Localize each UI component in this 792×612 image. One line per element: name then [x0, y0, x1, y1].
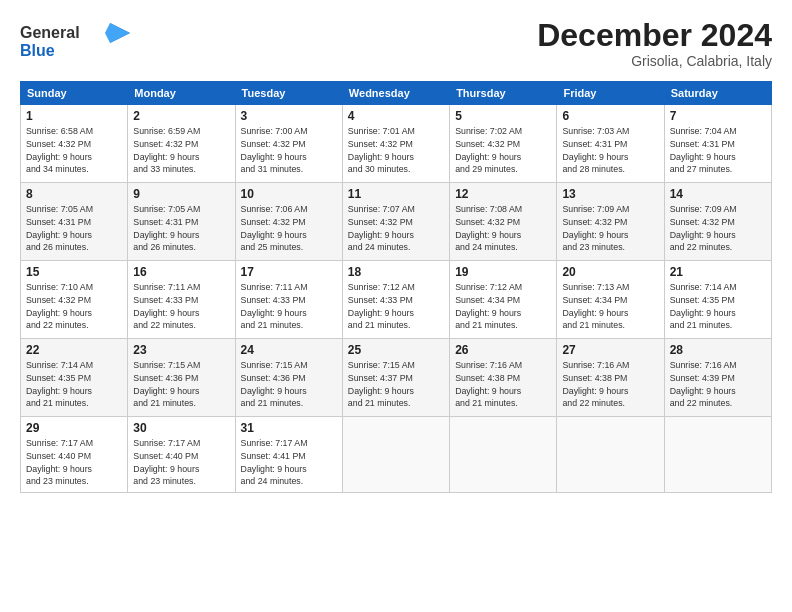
day-info: Sunrise: 7:11 AMSunset: 4:33 PMDaylight:…: [133, 281, 229, 332]
calendar-cell: 5Sunrise: 7:02 AMSunset: 4:32 PMDaylight…: [450, 105, 557, 183]
day-number: 18: [348, 265, 444, 279]
weekday-header-friday: Friday: [557, 82, 664, 105]
day-number: 20: [562, 265, 658, 279]
day-number: 5: [455, 109, 551, 123]
calendar-cell: 25Sunrise: 7:15 AMSunset: 4:37 PMDayligh…: [342, 339, 449, 417]
calendar-cell: 9Sunrise: 7:05 AMSunset: 4:31 PMDaylight…: [128, 183, 235, 261]
day-number: 30: [133, 421, 229, 435]
day-number: 28: [670, 343, 766, 357]
calendar-cell: [664, 417, 771, 493]
calendar-cell: 20Sunrise: 7:13 AMSunset: 4:34 PMDayligh…: [557, 261, 664, 339]
calendar-cell: [450, 417, 557, 493]
day-info: Sunrise: 7:17 AMSunset: 4:40 PMDaylight:…: [133, 437, 229, 488]
month-title: December 2024: [537, 18, 772, 53]
calendar-cell: 30Sunrise: 7:17 AMSunset: 4:40 PMDayligh…: [128, 417, 235, 493]
logo: General Blue: [20, 18, 130, 66]
weekday-header-sunday: Sunday: [21, 82, 128, 105]
calendar-cell: 7Sunrise: 7:04 AMSunset: 4:31 PMDaylight…: [664, 105, 771, 183]
calendar-cell: 27Sunrise: 7:16 AMSunset: 4:38 PMDayligh…: [557, 339, 664, 417]
day-info: Sunrise: 7:09 AMSunset: 4:32 PMDaylight:…: [562, 203, 658, 254]
calendar-cell: 15Sunrise: 7:10 AMSunset: 4:32 PMDayligh…: [21, 261, 128, 339]
day-number: 1: [26, 109, 122, 123]
day-info: Sunrise: 7:14 AMSunset: 4:35 PMDaylight:…: [670, 281, 766, 332]
day-number: 25: [348, 343, 444, 357]
day-number: 11: [348, 187, 444, 201]
day-number: 10: [241, 187, 337, 201]
day-info: Sunrise: 7:15 AMSunset: 4:37 PMDaylight:…: [348, 359, 444, 410]
calendar-week-3: 15Sunrise: 7:10 AMSunset: 4:32 PMDayligh…: [21, 261, 772, 339]
calendar-week-5: 29Sunrise: 7:17 AMSunset: 4:40 PMDayligh…: [21, 417, 772, 493]
logo-block: General Blue: [20, 18, 130, 66]
day-number: 19: [455, 265, 551, 279]
calendar-week-2: 8Sunrise: 7:05 AMSunset: 4:31 PMDaylight…: [21, 183, 772, 261]
day-info: Sunrise: 7:02 AMSunset: 4:32 PMDaylight:…: [455, 125, 551, 176]
day-number: 2: [133, 109, 229, 123]
day-number: 17: [241, 265, 337, 279]
day-info: Sunrise: 7:05 AMSunset: 4:31 PMDaylight:…: [26, 203, 122, 254]
day-number: 8: [26, 187, 122, 201]
calendar-table: SundayMondayTuesdayWednesdayThursdayFrid…: [20, 81, 772, 493]
svg-text:General: General: [20, 24, 80, 41]
calendar-cell: 18Sunrise: 7:12 AMSunset: 4:33 PMDayligh…: [342, 261, 449, 339]
day-info: Sunrise: 7:16 AMSunset: 4:38 PMDaylight:…: [455, 359, 551, 410]
weekday-header-thursday: Thursday: [450, 82, 557, 105]
calendar-cell: 31Sunrise: 7:17 AMSunset: 4:41 PMDayligh…: [235, 417, 342, 493]
calendar-cell: 13Sunrise: 7:09 AMSunset: 4:32 PMDayligh…: [557, 183, 664, 261]
calendar-cell: 19Sunrise: 7:12 AMSunset: 4:34 PMDayligh…: [450, 261, 557, 339]
calendar-week-4: 22Sunrise: 7:14 AMSunset: 4:35 PMDayligh…: [21, 339, 772, 417]
day-info: Sunrise: 7:15 AMSunset: 4:36 PMDaylight:…: [241, 359, 337, 410]
day-number: 3: [241, 109, 337, 123]
day-number: 9: [133, 187, 229, 201]
day-number: 31: [241, 421, 337, 435]
calendar-cell: 1Sunrise: 6:58 AMSunset: 4:32 PMDaylight…: [21, 105, 128, 183]
day-number: 6: [562, 109, 658, 123]
day-info: Sunrise: 7:11 AMSunset: 4:33 PMDaylight:…: [241, 281, 337, 332]
weekday-header-row: SundayMondayTuesdayWednesdayThursdayFrid…: [21, 82, 772, 105]
svg-text:Blue: Blue: [20, 42, 55, 59]
calendar-week-1: 1Sunrise: 6:58 AMSunset: 4:32 PMDaylight…: [21, 105, 772, 183]
day-info: Sunrise: 7:06 AMSunset: 4:32 PMDaylight:…: [241, 203, 337, 254]
day-number: 14: [670, 187, 766, 201]
weekday-header-wednesday: Wednesday: [342, 82, 449, 105]
title-block: December 2024 Grisolia, Calabria, Italy: [537, 18, 772, 69]
calendar-cell: 26Sunrise: 7:16 AMSunset: 4:38 PMDayligh…: [450, 339, 557, 417]
day-number: 12: [455, 187, 551, 201]
calendar-cell: 22Sunrise: 7:14 AMSunset: 4:35 PMDayligh…: [21, 339, 128, 417]
weekday-header-tuesday: Tuesday: [235, 82, 342, 105]
day-info: Sunrise: 7:05 AMSunset: 4:31 PMDaylight:…: [133, 203, 229, 254]
day-number: 26: [455, 343, 551, 357]
day-info: Sunrise: 7:14 AMSunset: 4:35 PMDaylight:…: [26, 359, 122, 410]
calendar-cell: 21Sunrise: 7:14 AMSunset: 4:35 PMDayligh…: [664, 261, 771, 339]
day-info: Sunrise: 7:13 AMSunset: 4:34 PMDaylight:…: [562, 281, 658, 332]
day-number: 13: [562, 187, 658, 201]
header: General Blue December 2024 Grisolia, Cal…: [20, 18, 772, 69]
calendar-cell: 11Sunrise: 7:07 AMSunset: 4:32 PMDayligh…: [342, 183, 449, 261]
calendar-cell: 4Sunrise: 7:01 AMSunset: 4:32 PMDaylight…: [342, 105, 449, 183]
day-info: Sunrise: 7:15 AMSunset: 4:36 PMDaylight:…: [133, 359, 229, 410]
day-number: 29: [26, 421, 122, 435]
day-info: Sunrise: 7:09 AMSunset: 4:32 PMDaylight:…: [670, 203, 766, 254]
day-number: 22: [26, 343, 122, 357]
day-info: Sunrise: 7:16 AMSunset: 4:39 PMDaylight:…: [670, 359, 766, 410]
calendar-cell: 23Sunrise: 7:15 AMSunset: 4:36 PMDayligh…: [128, 339, 235, 417]
calendar-cell: 28Sunrise: 7:16 AMSunset: 4:39 PMDayligh…: [664, 339, 771, 417]
day-info: Sunrise: 7:17 AMSunset: 4:41 PMDaylight:…: [241, 437, 337, 488]
day-info: Sunrise: 7:03 AMSunset: 4:31 PMDaylight:…: [562, 125, 658, 176]
day-info: Sunrise: 7:10 AMSunset: 4:32 PMDaylight:…: [26, 281, 122, 332]
day-info: Sunrise: 7:04 AMSunset: 4:31 PMDaylight:…: [670, 125, 766, 176]
calendar-cell: 10Sunrise: 7:06 AMSunset: 4:32 PMDayligh…: [235, 183, 342, 261]
weekday-header-monday: Monday: [128, 82, 235, 105]
calendar-cell: 14Sunrise: 7:09 AMSunset: 4:32 PMDayligh…: [664, 183, 771, 261]
weekday-header-saturday: Saturday: [664, 82, 771, 105]
day-info: Sunrise: 7:01 AMSunset: 4:32 PMDaylight:…: [348, 125, 444, 176]
day-number: 23: [133, 343, 229, 357]
day-info: Sunrise: 7:12 AMSunset: 4:33 PMDaylight:…: [348, 281, 444, 332]
day-number: 15: [26, 265, 122, 279]
calendar-cell: 16Sunrise: 7:11 AMSunset: 4:33 PMDayligh…: [128, 261, 235, 339]
calendar-cell: 17Sunrise: 7:11 AMSunset: 4:33 PMDayligh…: [235, 261, 342, 339]
calendar-cell: 29Sunrise: 7:17 AMSunset: 4:40 PMDayligh…: [21, 417, 128, 493]
calendar-cell: 6Sunrise: 7:03 AMSunset: 4:31 PMDaylight…: [557, 105, 664, 183]
calendar-cell: [342, 417, 449, 493]
calendar-cell: 3Sunrise: 7:00 AMSunset: 4:32 PMDaylight…: [235, 105, 342, 183]
day-number: 21: [670, 265, 766, 279]
